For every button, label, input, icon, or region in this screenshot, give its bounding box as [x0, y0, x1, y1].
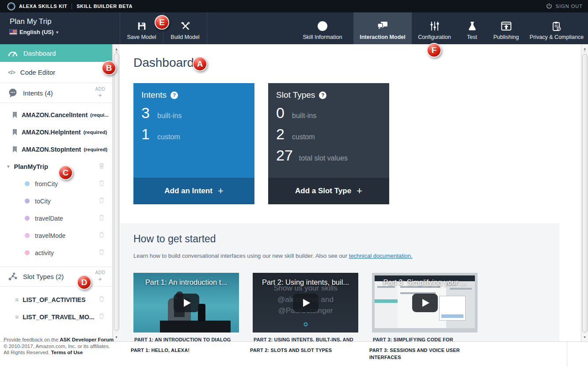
sidebar-item-list-of-travel-modes[interactable]: ≡ LIST_OF_TRAVEL_MO...	[0, 308, 112, 325]
trash-icon[interactable]	[99, 214, 104, 222]
terms-of-use-link[interactable]: Terms of Use	[51, 350, 83, 355]
alexa-ring	[303, 322, 307, 326]
ask-developer-forum-link[interactable]: ASK Developer Forum	[60, 337, 114, 342]
plus-icon: +	[95, 92, 105, 99]
help-icon[interactable]: ?	[319, 92, 326, 99]
slot-name: travelDate	[35, 215, 63, 222]
sign-out-button[interactable]: SIGN OUT	[546, 3, 583, 9]
trash-icon[interactable]	[99, 180, 104, 188]
stat-label: total slot values	[299, 154, 348, 162]
help-icon[interactable]: ?	[171, 92, 178, 99]
brand-title: ALEXA SKILLS KIT	[19, 4, 67, 9]
stat-value: 3	[141, 104, 151, 122]
slot-dot	[25, 181, 30, 186]
stat-row: 0 built-ins	[276, 104, 381, 122]
scroll-down-arrow[interactable]: ▼	[581, 333, 588, 340]
sidebar-scrollbar[interactable]: ▲ ▼	[113, 44, 120, 341]
sidebar-item-list-of-activities[interactable]: ≡ LIST_OF_ACTIVITIES	[0, 291, 112, 308]
annotation-marker-e: E	[155, 15, 169, 30]
video-thumbnail[interactable]: Show us your skills @alexadevs and @Paul…	[253, 273, 358, 333]
video-overlay-title: Part 3: Simplifying your ...	[372, 278, 478, 287]
copyright-text: © 2010-2017, Amazon.com, Inc. or its aff…	[4, 344, 114, 350]
locale-selector[interactable]: English (US) ▾	[10, 29, 58, 35]
video-overlay-title: Part 2: Using intents, buil...	[253, 278, 358, 287]
sidebar-item-slot-tocity[interactable]: toCity	[0, 192, 112, 210]
sidebar-scrollbar-thumb[interactable]	[114, 53, 119, 331]
tab-label: Privacy & Compliance	[530, 34, 584, 40]
info-icon: i	[318, 21, 327, 31]
locale-label: English (US)	[19, 29, 53, 35]
stat-row: 2 custom	[276, 126, 381, 143]
stat-value: 27	[276, 147, 293, 164]
sidebar-item-slot-activity[interactable]: activity	[0, 244, 112, 261]
getting-started-section: How to get started Learn how to build co…	[120, 223, 559, 341]
mock-popup	[439, 296, 466, 321]
add-intent-button[interactable]: ADD +	[95, 87, 105, 99]
skill-meta: Plan My Trip English (US) ▾	[10, 17, 58, 35]
sidebar-item-slot-traveldate[interactable]: travelDate	[0, 210, 112, 227]
trash-icon[interactable]	[99, 249, 104, 257]
action-label: Add a Slot Type	[295, 187, 351, 195]
trash-icon[interactable]	[99, 197, 104, 205]
play-button[interactable]	[293, 294, 319, 312]
tab-test[interactable]: Test	[457, 12, 487, 44]
sidebar-item-planmytrip[interactable]: ▾ PlanMyTrip	[0, 158, 112, 175]
trash-icon[interactable]	[99, 232, 104, 240]
sidebar-intents-header[interactable]: Intents (4) ADD +	[0, 83, 112, 103]
sidebar-item-label: Dashboard	[23, 50, 56, 57]
video-part2[interactable]: Show us your skills @alexadevs and @Paul…	[253, 273, 358, 345]
sidebar-item-slot-travelmode[interactable]: travelMode	[0, 227, 112, 244]
play-button[interactable]	[412, 294, 438, 312]
slot-name: fromCity	[35, 180, 58, 187]
main-scrollbar[interactable]: ▲ ▼	[581, 44, 588, 341]
tab-publishing[interactable]: Publishing	[487, 12, 525, 44]
tab-privacy-compliance[interactable]: Privacy & Compliance	[525, 12, 588, 44]
tab-configuration[interactable]: Configuration	[412, 12, 457, 44]
video-part1[interactable]: Part 1: An introduction t... PART 1: AN …	[133, 273, 239, 345]
sidebar-item-dashboard[interactable]: Dashboard	[0, 44, 112, 62]
sidebar-item-slot-fromcity[interactable]: fromCity	[0, 175, 112, 192]
tab-skill-information[interactable]: i Skill Information	[292, 12, 353, 44]
sidebar-item-help-intent[interactable]: AMAZON.HelpIntent (required)	[0, 123, 112, 141]
sidebar-slot-types-header[interactable]: Slot Types (2) ADD +	[0, 267, 112, 287]
play-button[interactable]	[174, 294, 199, 312]
plus-icon: +	[95, 275, 105, 283]
brand-divider	[72, 4, 72, 9]
scroll-down-arrow[interactable]: ▼	[113, 333, 120, 340]
slot-dot	[25, 233, 30, 238]
video-thumbnail[interactable]: Part 3: Simplifying your ...	[372, 273, 478, 333]
sidebar-item-cancel-intent[interactable]: AMAZON.CancelIntent (requi...	[0, 106, 112, 123]
trash-icon[interactable]	[99, 313, 104, 321]
stat-label: custom	[157, 133, 180, 141]
intents-card[interactable]: Intents ? 3 built-ins 1 custom Add an In…	[133, 83, 254, 204]
intent-qualifier: (required)	[84, 147, 108, 152]
main-content: Dashboard Intents ? 3 built-ins 1 custom…	[120, 44, 581, 341]
technical-documentation-link[interactable]: technical documentation.	[349, 252, 413, 259]
expand-caret-icon[interactable]: ▾	[7, 164, 10, 169]
video-caption-part2: PART 2: SLOTS AND SLOT TYPES	[250, 347, 349, 354]
main-scrollbar-thumb[interactable]	[582, 54, 588, 333]
add-a-slot-type-button[interactable]: Add a Slot Type +	[268, 178, 389, 204]
slot-name: activity	[35, 249, 54, 256]
add-an-intent-button[interactable]: Add an Intent +	[133, 178, 254, 204]
trash-icon[interactable]	[99, 163, 104, 171]
build-model-button[interactable]: Build Model	[163, 12, 207, 44]
rights-text: All Rights Reserved.	[4, 350, 49, 355]
annotation-marker-f: F	[427, 43, 441, 57]
slot-types-card[interactable]: Slot Types ? 0 built-ins 2 custom 27 tot…	[268, 83, 389, 204]
section-blurb: Learn how to build conversational interf…	[133, 252, 413, 259]
trash-icon[interactable]	[99, 296, 104, 304]
table	[160, 321, 231, 333]
page-title: Dashboard	[133, 56, 194, 70]
tab-interaction-model[interactable]: Interaction Model	[353, 12, 412, 44]
sidebar-item-code-editor[interactable]: </> Code Editor	[0, 62, 112, 83]
annotation-marker-c: C	[58, 165, 73, 180]
top-app-bar: ALEXA SKILLS KIT SKILL BUILDER BETA SIGN…	[0, 0, 588, 12]
add-slot-type-button[interactable]: ADD +	[95, 271, 105, 282]
sidebar-item-stop-intent[interactable]: AMAZON.StopIntent (required)	[0, 141, 112, 158]
video-thumbnail[interactable]: Part 1: An introduction t...	[133, 273, 239, 333]
sidebar-item-label: Code Editor	[20, 69, 55, 76]
dashboard-gauge-icon	[8, 50, 18, 57]
video-part3[interactable]: Part 3: Simplifying your ... PART 3: SIM…	[372, 273, 478, 345]
intent-qualifier: (requi...	[90, 112, 109, 118]
